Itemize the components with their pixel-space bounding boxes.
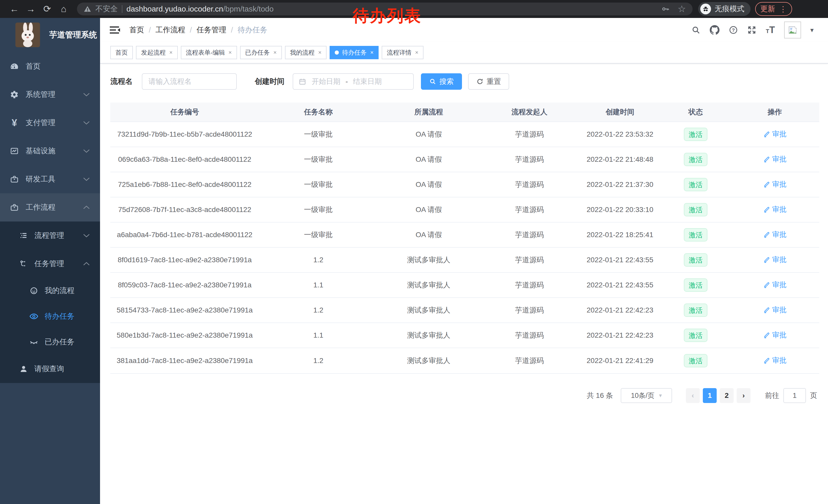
search-icon[interactable] <box>691 26 701 35</box>
task-name-cell: 一级审批 <box>259 130 378 139</box>
task-id-cell: 069c6a63-7b8a-11ec-8ef0-acde48001122 <box>110 155 259 164</box>
active-tab-dot <box>335 50 339 55</box>
page-button-2[interactable]: 2 <box>720 388 734 403</box>
status-cell: 激活 <box>661 128 730 141</box>
browser-back-icon[interactable]: ← <box>6 0 23 18</box>
avatar[interactable] <box>784 21 801 39</box>
start-date-placeholder[interactable]: 开始日期 <box>312 77 340 86</box>
sidebar-collapse-icon[interactable] <box>109 26 121 35</box>
browser-update-button[interactable]: 更新 ⋮ <box>755 2 792 16</box>
approve-link[interactable]: 审批 <box>763 204 787 214</box>
status-badge: 激活 <box>684 228 707 241</box>
starter-cell: 芋道源码 <box>480 230 579 240</box>
sidebar-item-my-process[interactable]: 我的流程 <box>0 278 100 304</box>
approve-link[interactable]: 审批 <box>763 230 787 239</box>
action-cell: 审批 <box>730 330 819 340</box>
github-icon[interactable] <box>710 25 719 35</box>
tab-流程详情[interactable]: 流程详情× <box>382 46 423 59</box>
tree-list-icon <box>18 231 29 240</box>
reset-button[interactable]: 重置 <box>468 73 509 90</box>
tab-close-icon[interactable]: × <box>229 49 232 56</box>
edit-pencil-icon <box>763 306 770 314</box>
edit-pencil-icon <box>763 206 770 213</box>
pagination-total: 共 16 条 <box>587 391 613 401</box>
content: 流程名 请输入流程名 创建时间 开始日期 - 结束日期 搜索 重置 任务编号任务… <box>100 63 828 403</box>
browser-forward-icon[interactable]: → <box>23 0 39 18</box>
tab-发起流程[interactable]: 发起流程× <box>136 46 178 59</box>
end-date-placeholder[interactable]: 结束日期 <box>353 77 382 86</box>
sidebar-item-infra[interactable]: 基础设施 <box>0 137 100 165</box>
status-badge: 激活 <box>684 354 707 367</box>
sidebar-item-task-mgmt[interactable]: 任务管理 <box>0 250 100 278</box>
table-row: 8f0d1619-7ac8-11ec-a9e2-a2380e71991a 1.2… <box>110 248 819 273</box>
next-page-button[interactable]: › <box>737 388 750 403</box>
action-cell: 审批 <box>730 179 819 190</box>
fullscreen-icon[interactable] <box>747 26 756 35</box>
breadcrumb-home[interactable]: 首页 <box>129 25 144 35</box>
sidebar-item-home[interactable]: 首页 <box>0 52 100 81</box>
approve-link[interactable]: 审批 <box>763 129 787 139</box>
search-button[interactable]: 搜索 <box>421 73 462 90</box>
date-range-picker[interactable]: 开始日期 - 结束日期 <box>293 73 414 90</box>
starter-cell: 芋道源码 <box>480 305 579 315</box>
tab-close-icon[interactable]: × <box>169 49 173 56</box>
browser-reload-icon[interactable]: ⟳ <box>39 0 55 18</box>
sidebar-item-leave-query[interactable]: 请假查询 <box>0 355 100 383</box>
avatar-dropdown-caret-icon[interactable]: ▾ <box>810 26 814 34</box>
breadcrumb-workflow[interactable]: 工作流程 <box>156 25 185 35</box>
url-host: dashboard.yudao.iocoder.cn <box>126 5 223 13</box>
tab-待办任务[interactable]: 待办任务× <box>330 46 379 59</box>
app-title: 芋道管理系统 <box>49 30 97 40</box>
process-name-input[interactable]: 请输入流程名 <box>142 73 237 90</box>
tab-我的流程[interactable]: 我的流程× <box>285 46 327 59</box>
tab-close-icon[interactable]: × <box>274 49 277 56</box>
breadcrumb-task-mgmt[interactable]: 任务管理 <box>197 25 226 35</box>
tab-close-icon[interactable]: × <box>370 49 373 56</box>
approve-link[interactable]: 审批 <box>763 280 787 290</box>
tab-流程表单-编辑[interactable]: 流程表单-编辑× <box>181 46 237 59</box>
task-id-cell: 8f059c03-7ac8-11ec-a9e2-a2380e71991a <box>110 281 259 289</box>
tab-首页[interactable]: 首页 <box>110 46 133 59</box>
sidebar-item-todo-tasks[interactable]: 待办任务 <box>0 304 100 329</box>
approve-link[interactable]: 审批 <box>763 179 787 189</box>
starter-cell: 芋道源码 <box>480 280 579 290</box>
prev-page-button[interactable]: ‹ <box>686 388 700 403</box>
sidebar-item-workflow[interactable]: 工作流程 <box>0 193 100 222</box>
tab-已办任务[interactable]: 已办任务× <box>240 46 282 59</box>
browser-menu-icon[interactable]: ⋮ <box>779 5 787 13</box>
starter-cell: 芋道源码 <box>480 154 579 164</box>
bookmark-star-icon[interactable]: ☆ <box>678 4 686 14</box>
help-icon[interactable]: ? <box>729 26 738 35</box>
password-key-icon[interactable] <box>661 5 670 13</box>
sidebar-item-system[interactable]: 系统管理 <box>0 81 100 109</box>
process-cell: 测试多审批人 <box>378 330 480 340</box>
browser-home-icon[interactable]: ⌂ <box>55 0 72 18</box>
task-name-cell: 一级审批 <box>259 230 378 240</box>
sidebar-item-process-mgmt[interactable]: 流程管理 <box>0 222 100 250</box>
create-time-cell: 2022-01-21 22:42:23 <box>579 306 661 314</box>
page-button-1[interactable]: 1 <box>703 388 717 403</box>
goto-page-input[interactable]: 1 <box>783 388 806 403</box>
approve-link[interactable]: 审批 <box>763 356 787 365</box>
security-label[interactable]: 不安全 <box>95 4 118 14</box>
starter-cell: 芋道源码 <box>480 356 579 366</box>
tab-close-icon[interactable]: × <box>318 49 322 56</box>
status-cell: 激活 <box>661 253 730 267</box>
sidebar-item-done-tasks[interactable]: 已办任务 <box>0 329 100 355</box>
approve-link[interactable]: 审批 <box>763 305 787 315</box>
url-path: /bpm/task/todo <box>223 5 274 13</box>
sidebar-item-payment[interactable]: ¥ 支付管理 <box>0 109 100 137</box>
font-size-icon[interactable]: TT <box>766 26 775 35</box>
sidebar-item-devtools[interactable]: 研发工具 <box>0 165 100 193</box>
task-id-cell: 725a1eb6-7b88-11ec-8ef0-acde48001122 <box>110 180 259 189</box>
page-size-select[interactable]: 10条/页 ▾ <box>621 388 672 403</box>
app-logo-row[interactable]: 芋道管理系统 <box>0 18 100 51</box>
approve-link[interactable]: 审批 <box>763 330 787 340</box>
process-cell: 测试多审批人 <box>378 305 480 315</box>
status-cell: 激活 <box>661 304 730 317</box>
approve-link[interactable]: 审批 <box>763 255 787 265</box>
breadcrumb: 首页 / 工作流程 / 任务管理 / 待办任务 <box>129 25 267 35</box>
approve-link[interactable]: 审批 <box>763 154 787 164</box>
tab-close-icon[interactable]: × <box>415 49 418 56</box>
update-label[interactable]: 更新 <box>760 4 775 14</box>
